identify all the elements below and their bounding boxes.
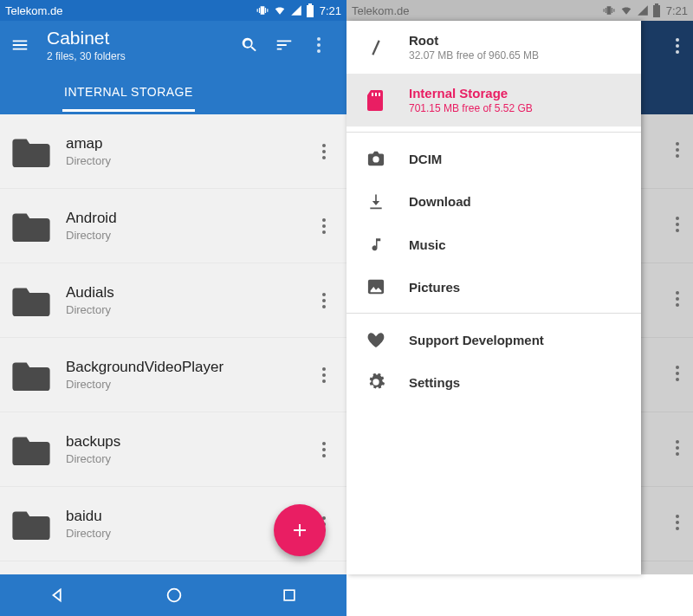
clock-label: 7:21 xyxy=(320,4,341,17)
drawer-item-root[interactable]: Root32.07 MB free of 960.65 MB xyxy=(346,21,641,74)
svg-rect-6 xyxy=(379,93,380,96)
folder-row[interactable]: amapDirectory xyxy=(0,114,346,189)
drawer-item-label: Internal Storage xyxy=(409,86,624,101)
row-overflow-icon[interactable] xyxy=(676,142,679,158)
folder-icon xyxy=(12,434,50,465)
hamburger-icon[interactable] xyxy=(10,36,29,55)
gear-icon xyxy=(364,373,388,392)
sdcard-icon xyxy=(364,90,388,111)
music-icon xyxy=(364,235,388,254)
svg-rect-5 xyxy=(375,93,377,96)
signal-icon xyxy=(637,4,649,16)
folder-name: BackgroundVideoPlayer xyxy=(66,359,314,376)
drawer-item-label: Pictures xyxy=(409,280,624,295)
drawer-item-download[interactable]: Download xyxy=(346,179,641,223)
sort-icon[interactable] xyxy=(267,36,301,55)
folder-kind: Directory xyxy=(66,229,314,242)
folder-row[interactable]: backupsDirectory xyxy=(0,412,346,487)
drawer-item-pictures[interactable]: Pictures xyxy=(346,266,641,308)
divider xyxy=(346,313,641,314)
nav-home-icon[interactable] xyxy=(165,586,184,605)
folder-icon xyxy=(12,360,50,391)
tab-internal-storage[interactable]: INTERNAL STORAGE xyxy=(62,73,195,112)
folder-name: backups xyxy=(66,433,314,451)
folder-row[interactable]: AndroidDirectory xyxy=(0,189,346,263)
clock-label: 7:21 xyxy=(666,4,688,17)
folder-name: amap xyxy=(66,135,314,152)
row-overflow-icon[interactable] xyxy=(676,366,679,381)
overflow-menu-icon[interactable] xyxy=(301,37,336,53)
nav-drawer: Root32.07 MB free of 960.65 MBInternal S… xyxy=(346,21,641,574)
folder-kind: Directory xyxy=(66,303,314,316)
appbar: Cabinet 2 files, 30 folders INTERNAL STO… xyxy=(0,21,346,114)
app-subtitle: 2 files, 30 folders xyxy=(47,50,232,62)
battery-icon xyxy=(306,3,314,17)
carrier-label: Telekom.de xyxy=(5,4,62,17)
drawer-item-label: Root xyxy=(409,33,624,48)
drawer-item-internal-storage[interactable]: Internal Storage701.15 MB free of 5.52 G… xyxy=(346,74,641,126)
folder-row[interactable]: BackgroundVideoPlayerDirectory xyxy=(0,338,346,412)
drawer-item-settings[interactable]: Settings xyxy=(346,360,641,404)
drawer-item-support-development[interactable]: Support Development xyxy=(346,319,641,360)
row-overflow-icon[interactable] xyxy=(314,144,334,159)
folder-kind: Directory xyxy=(66,452,314,465)
overflow-menu-icon[interactable] xyxy=(676,38,679,54)
row-overflow-icon[interactable] xyxy=(676,515,679,530)
carrier-label: Telekom.de xyxy=(352,4,409,17)
wifi-icon xyxy=(273,4,287,16)
android-navbar xyxy=(0,574,346,616)
app-title: Cabinet xyxy=(47,28,232,49)
statusbar: Telekom.de 7:21 xyxy=(346,0,693,21)
slash-icon xyxy=(364,38,388,57)
folder-icon xyxy=(12,211,50,242)
folder-icon xyxy=(12,136,50,167)
folder-kind: Directory xyxy=(66,154,314,167)
row-overflow-icon[interactable] xyxy=(314,293,334,308)
folder-row[interactable]: AudialsDirectory xyxy=(0,263,346,338)
drawer-item-label: DCIM xyxy=(409,152,624,166)
statusbar: Telekom.de 7:21 xyxy=(0,0,346,21)
vibrate-icon xyxy=(256,4,269,16)
svg-rect-4 xyxy=(372,93,373,96)
folder-name: Android xyxy=(66,210,314,227)
camera-icon xyxy=(364,150,388,167)
download-icon xyxy=(364,191,388,211)
screen-file-list: Telekom.de 7:21 Cabinet xyxy=(0,0,346,616)
nav-back-icon[interactable] xyxy=(49,586,68,605)
folder-name: Audials xyxy=(66,284,314,302)
battery-icon xyxy=(652,3,661,17)
row-overflow-icon[interactable] xyxy=(314,218,334,234)
row-overflow-icon[interactable] xyxy=(314,442,334,457)
drawer-item-dcim[interactable]: DCIM xyxy=(346,138,641,179)
folder-icon xyxy=(12,285,50,316)
drawer-item-music[interactable]: Music xyxy=(346,223,641,266)
row-overflow-icon[interactable] xyxy=(676,217,679,232)
folder-icon xyxy=(12,509,50,540)
signal-icon xyxy=(290,4,302,16)
drawer-item-label: Settings xyxy=(409,375,624,390)
row-overflow-icon[interactable] xyxy=(676,291,679,307)
fab-add-button[interactable] xyxy=(274,504,326,556)
drawer-item-subtitle: 32.07 MB free of 960.65 MB xyxy=(409,49,624,62)
vibrate-icon xyxy=(602,4,616,16)
search-icon[interactable] xyxy=(232,36,267,55)
drawer-item-label: Download xyxy=(409,194,624,209)
image-icon xyxy=(364,278,388,295)
svg-point-0 xyxy=(168,589,181,602)
divider xyxy=(346,132,641,133)
svg-point-7 xyxy=(372,156,379,162)
wifi-icon xyxy=(619,4,633,16)
heart-icon xyxy=(364,331,388,348)
svg-rect-1 xyxy=(284,590,295,600)
nav-recents-icon[interactable] xyxy=(281,587,298,604)
folder-kind: Directory xyxy=(66,378,314,391)
drawer-item-subtitle: 701.15 MB free of 5.52 GB xyxy=(409,102,624,114)
drawer-item-label: Music xyxy=(409,237,624,252)
drawer-item-label: Support Development xyxy=(409,333,624,347)
row-overflow-icon[interactable] xyxy=(676,440,679,456)
row-overflow-icon[interactable] xyxy=(314,367,334,383)
